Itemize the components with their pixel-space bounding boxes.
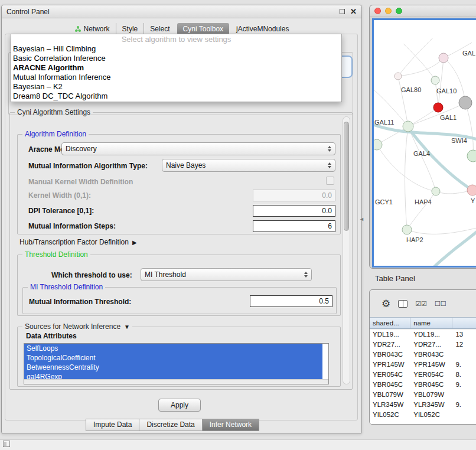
mi-threshold-field[interactable]: 0.5 [250, 295, 332, 307]
apply-button[interactable]: Apply [158, 399, 201, 412]
aracne-mode-combobox[interactable]: Discovery [61, 142, 335, 155]
network-node-label: GAL4 [413, 150, 430, 157]
algorithm-options: Bayesian – Hill ClimbingBasic Correlatio… [11, 44, 341, 101]
attribute-item[interactable]: SelfLoops [24, 344, 322, 353]
close-traffic-icon[interactable] [374, 8, 381, 14]
table-cell: YER054C [370, 370, 410, 380]
cyni-algorithm-settings-group: Cyni Algorithm Settings Algorithm Defini… [9, 112, 353, 390]
tab-cyni-toolbox[interactable]: Cyni Toolbox [177, 23, 229, 35]
show-columns-icon[interactable] [398, 300, 407, 308]
table-cell [452, 350, 476, 360]
table-row[interactable]: YLR345WYLR345W9. [370, 400, 476, 410]
which-threshold-combobox[interactable]: MI Threshold [141, 268, 312, 281]
collapse-arrow-icon[interactable]: ▼ [124, 324, 130, 330]
gear-icon[interactable]: ⚙ [382, 298, 390, 310]
network-edge [465, 103, 473, 156]
float-window-icon[interactable] [340, 9, 345, 14]
splitter-collapse-icon[interactable]: ◄ [359, 216, 364, 222]
desktop: Control Panel ✕ Network Style Select Cyn… [0, 0, 476, 450]
table-row[interactable]: YPR145WYPR145W9. [370, 360, 476, 370]
network-node[interactable] [431, 76, 439, 84]
minimize-traffic-icon[interactable] [385, 8, 392, 14]
table-row[interactable]: YIL052CYIL052C [370, 410, 476, 420]
dpi-tolerance-field[interactable]: 0.0 [253, 205, 335, 217]
algorithm-option[interactable]: Bayesian – K2 [11, 82, 341, 92]
mi-steps-field[interactable]: 6 [253, 220, 335, 232]
network-node[interactable] [374, 139, 382, 150]
algorithm-option[interactable]: ARACNE Algorithm [11, 63, 341, 73]
table-cell: YER054C [410, 370, 452, 380]
table-panel-title: Table Panel [375, 274, 415, 283]
network-node[interactable] [402, 225, 412, 234]
manual-kernel-width-checkbox[interactable] [326, 177, 334, 185]
network-edge [407, 228, 476, 234]
network-node[interactable] [433, 103, 443, 112]
zoom-traffic-icon[interactable] [396, 8, 402, 14]
close-icon[interactable]: ✕ [350, 8, 357, 15]
table-row[interactable]: YBL079WYBL079W [370, 390, 476, 400]
algorithm-option[interactable]: Mutual Information Inference [11, 73, 341, 82]
combo-arrows-icon [301, 272, 308, 278]
algorithm-option[interactable]: Dream8 DC_TDC Algorithm [11, 92, 341, 101]
network-node[interactable] [467, 150, 476, 162]
table-row[interactable]: YBR045CYBR045C9. [370, 380, 476, 390]
control-panel-window: Control Panel ✕ Network Style Select Cyn… [1, 5, 362, 434]
algorithm-dropdown-placeholder[interactable]: Select algorithm to view settings [11, 34, 341, 44]
table-row[interactable]: YBR043CYBR043C [370, 350, 476, 360]
hub-definition-section[interactable]: Hub/Transcription Factor Definition▶ [19, 238, 137, 246]
table-row[interactable]: YDR27...YDR27...12 [370, 340, 476, 350]
network-view-window: GAL80GAL10GAL11GAL1SWI4GAL4GCY1HAP4HAP2G… [369, 5, 476, 269]
scrollbar-thumb[interactable] [344, 122, 349, 231]
hub-definition-label: Hub/Transcription Factor Definition [19, 238, 129, 246]
sources-title[interactable]: Sources for Network Inference▼ [22, 322, 132, 331]
select-all-icon[interactable]: ☑☑ [415, 300, 427, 308]
attribute-item[interactable]: TopologicalCoefficient [24, 353, 322, 363]
table-cell: YIL052C [410, 410, 452, 420]
algorithm-definition-group: Algorithm Definition Aracne Mode: Discov… [17, 134, 341, 234]
network-node[interactable] [432, 187, 440, 195]
data-attributes-list[interactable]: SelfLoopsTopologicalCoefficientBetweenne… [24, 343, 329, 384]
table-header: shared... name [370, 317, 476, 329]
table-panel-window: ⚙ ☑☑ ☐☐ shared... name YDL19...YDL19...1… [369, 289, 476, 425]
table-row[interactable]: YDL19...YDL19...13 [370, 330, 476, 340]
network-node[interactable] [395, 73, 402, 80]
column-header-extra[interactable] [452, 318, 476, 328]
tab-discretize-data[interactable]: Discretize Data [139, 419, 202, 431]
table-cell: 8. [452, 370, 476, 380]
panel-toggle-icon[interactable] [3, 441, 10, 447]
kernel-width-field[interactable]: 0.0 [253, 190, 335, 201]
mi-algorithm-type-combobox[interactable]: Naive Bayes [162, 159, 335, 172]
column-header-shared-name[interactable]: shared... [370, 318, 410, 328]
network-window-titlebar [370, 5, 476, 17]
table-cell: 9. [452, 380, 476, 390]
tab-network[interactable]: Network [69, 23, 116, 35]
network-node[interactable] [439, 53, 448, 63]
expand-arrow-icon[interactable]: ▶ [132, 239, 137, 246]
tab-style[interactable]: Style [116, 23, 144, 35]
table-cell: YLR345W [410, 400, 452, 410]
settings-scrollbar[interactable] [343, 116, 350, 384]
mi-algorithm-type-value: Naive Bayes [166, 161, 206, 169]
tab-impute-data[interactable]: Impute Data [86, 419, 139, 431]
list-horizontal-scrollbar[interactable] [24, 379, 328, 384]
tab-jactivemodules[interactable]: jActiveMNodules [230, 23, 295, 35]
algorithm-definition-title: Algorithm Definition [22, 130, 89, 138]
network-node[interactable] [403, 121, 413, 132]
column-header-name[interactable]: name [410, 318, 452, 328]
algorithm-option[interactable]: Basic Correlation Inference [11, 54, 341, 63]
network-canvas[interactable]: GAL80GAL10GAL11GAL1SWI4GAL4GCY1HAP4HAP2G… [372, 18, 476, 268]
network-node[interactable] [467, 185, 476, 195]
attribute-item[interactable]: BetweennessCentrality [24, 363, 322, 372]
table-cell: YIL052C [370, 410, 410, 420]
tab-infer-network[interactable]: Infer Network [203, 419, 259, 431]
algorithm-option[interactable]: Bayesian – Hill Climbing [11, 44, 341, 54]
deselect-all-icon[interactable]: ☐☐ [435, 300, 446, 308]
manual-kernel-width-label: Manual Kernel Width Definition [28, 178, 133, 186]
tab-select[interactable]: Select [144, 23, 175, 35]
attribute-items: SelfLoopsTopologicalCoefficientBetweenne… [24, 344, 328, 381]
window-title: Control Panel [6, 8, 50, 16]
network-node-label: GAL [462, 50, 475, 57]
mi-threshold-group: MI Threshold Definition Mutual Informati… [22, 287, 337, 314]
network-node[interactable] [459, 96, 472, 109]
table-row[interactable]: YER054CYER054C8. [370, 370, 476, 380]
